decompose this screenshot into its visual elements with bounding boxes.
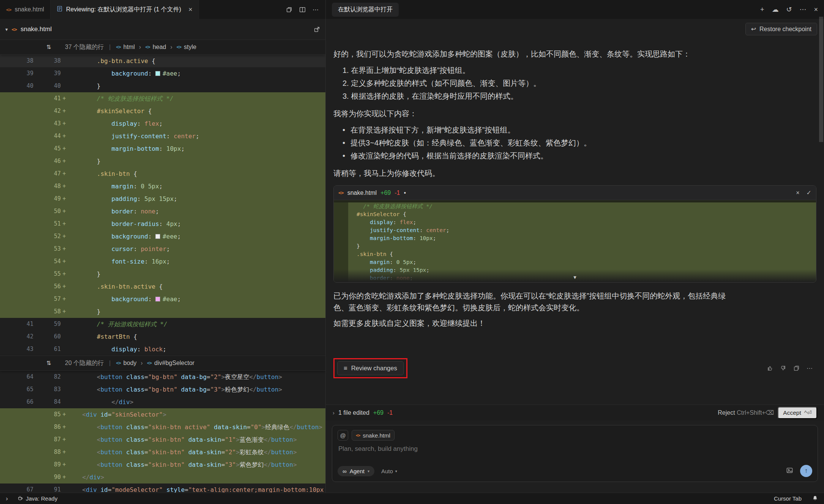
code-text: } — [348, 242, 360, 250]
code-token: } — [68, 308, 101, 315]
code-line[interactable]: 4361 display: block; — [0, 343, 325, 355]
java-status[interactable]: Java: Ready — [14, 495, 61, 502]
chat-input[interactable] — [338, 445, 813, 453]
cursor-tab-status[interactable]: Cursor Tab — [770, 495, 805, 502]
code-line[interactable]: 6583 <button class="bg-btn" data-bg="3">… — [0, 383, 325, 396]
card-accept-icon[interactable]: ✓ — [807, 189, 811, 196]
breadcrumb-item[interactable]: html — [123, 44, 135, 51]
code-line[interactable]: 4159 /* 开始游戏按钮样式 */ — [0, 318, 325, 330]
code-line[interactable]: 46+ } — [0, 155, 325, 167]
breadcrumb-item[interactable]: head — [153, 44, 166, 51]
message-more-icon[interactable]: ⋯ — [807, 365, 813, 372]
copy-message-icon[interactable] — [793, 365, 800, 371]
breadcrumb-item[interactable]: div#bgSelector — [154, 360, 194, 367]
thumbs-down-icon[interactable] — [780, 365, 786, 371]
code-line[interactable]: 4260 #startBtn { — [0, 330, 325, 343]
code-line[interactable]: 56+ .skin-btn.active { — [0, 280, 325, 293]
code-line[interactable]: 58+ } — [0, 305, 325, 318]
expand-files-icon[interactable]: › — [333, 409, 335, 416]
editor-scrollbar[interactable] — [819, 17, 823, 142]
code-line[interactable]: 47+ .skin-btn { — [0, 167, 325, 180]
breadcrumb-item[interactable]: style — [184, 44, 196, 51]
more-icon[interactable]: ⋯ — [799, 5, 806, 14]
code-line[interactable]: 85+ <div id="skinSelector"> — [0, 408, 325, 421]
apply-changes-icon[interactable] — [314, 26, 320, 33]
code-line[interactable]: 43+ display: flex; — [0, 117, 325, 130]
code-line[interactable]: 4040 } — [0, 80, 325, 92]
code-line[interactable]: 57+ background: #eae; — [0, 293, 325, 305]
breadcrumb-item[interactable]: body — [123, 360, 137, 367]
code-token: class — [126, 386, 144, 393]
review-changes-button[interactable]: ≡ Review changes — [337, 361, 404, 375]
code-line[interactable]: 53+ cursor: pointer; — [0, 243, 325, 255]
expand-card-chevron-icon[interactable]: ▾ — [573, 274, 576, 281]
context-chip-snake-html[interactable]: <> snake.html — [352, 430, 395, 441]
agent-mode-selector[interactable]: ∞ Agent ▾ — [338, 466, 374, 476]
tab-reviewing[interactable]: Reviewing: 在默认浏览器中打开 (1 个文件) × — [51, 0, 199, 19]
code-line[interactable]: 3939 background: #aee; — [0, 67, 325, 80]
code-line[interactable]: 86+ <button class="skin-btn active" data… — [0, 421, 325, 433]
file-review-header[interactable]: ▾ <> snake.html — [0, 19, 325, 39]
tab-snake-html[interactable]: <> snake.html — [0, 0, 51, 19]
line-number-new: 52 — [33, 230, 61, 243]
hidden-lines-header[interactable]: ⇅37 个隐藏的行|<>html›<>head›<>style — [0, 39, 325, 55]
code-line[interactable]: 6482 <button class="bg-btn" data-bg="2">… — [0, 371, 325, 383]
code-token — [68, 461, 97, 468]
card-reject-icon[interactable]: × — [796, 190, 799, 196]
more-actions-icon[interactable]: ⋯ — [313, 6, 319, 13]
add-context-button[interactable]: @ — [338, 430, 348, 441]
open-changes-icon[interactable] — [286, 6, 292, 13]
code-line[interactable]: 6791 <div id="modeSelector" style="text-… — [0, 483, 325, 493]
send-button[interactable]: ↑ — [800, 465, 812, 477]
code-line[interactable]: 54+ font-size: 16px; — [0, 255, 325, 268]
code-token: > — [163, 411, 166, 418]
unfold-icon[interactable]: ⇅ — [46, 360, 51, 367]
code-token — [357, 275, 370, 281]
code-line[interactable]: 51+ border-radius: 4px; — [0, 218, 325, 230]
attach-image-icon[interactable] — [786, 467, 793, 476]
line-number-old: 66 — [0, 396, 33, 408]
unfold-icon[interactable]: ⇅ — [46, 44, 51, 51]
code-line[interactable]: 41+ /* 蛇皮肤选择按钮样式 */ — [0, 92, 325, 105]
code-line[interactable]: 55+ } — [0, 268, 325, 280]
remote-icon[interactable]: › — [0, 493, 14, 504]
code-line[interactable]: 88+ <button class="skin-btn" data-skin="… — [0, 446, 325, 458]
code-line[interactable]: 50+ border: none; — [0, 205, 325, 218]
code-card-header[interactable]: <> snake.html +69 -1 • × ✓ — [334, 186, 816, 200]
diff-marker: + — [61, 458, 68, 471]
diff-marker: + — [61, 193, 68, 205]
history-icon[interactable]: ↺ — [786, 5, 792, 14]
code-line[interactable]: 6684 </div> — [0, 396, 325, 408]
code-line[interactable]: 45+ margin-bottom: 10px; — [0, 142, 325, 155]
line-number-old — [0, 130, 33, 142]
notifications-bell-icon[interactable] — [812, 495, 818, 502]
close-panel-icon[interactable]: × — [814, 6, 818, 14]
reject-button[interactable]: Reject Ctrl+Shift+⌫ — [718, 409, 774, 416]
code-text: } — [68, 155, 325, 167]
editor-scroll[interactable]: ⇅37 个隐藏的行|<>html›<>head›<>style3838 .bg-… — [0, 39, 325, 493]
code-line[interactable]: 49+ padding: 5px 15px; — [0, 193, 325, 205]
model-selector[interactable]: Auto ▾ — [381, 468, 397, 474]
new-chat-icon[interactable]: + — [760, 6, 764, 14]
code-line[interactable]: 89+ <button class="skin-btn" data-skin="… — [0, 458, 325, 471]
code-line[interactable]: 87+ <button class="skin-btn" data-skin="… — [0, 433, 325, 446]
restore-checkpoint-button[interactable]: ↩ Restore checkpoint — [745, 23, 817, 35]
code-line[interactable]: 48+ margin: 0 5px; — [0, 180, 325, 193]
accept-button[interactable]: Accept ^⏎ — [778, 407, 817, 419]
split-editor-icon[interactable] — [299, 6, 306, 13]
code-line[interactable]: 90+ </div> — [0, 471, 325, 483]
close-icon[interactable]: × — [188, 6, 193, 14]
code-line[interactable]: 42+ #skinSelector { — [0, 105, 325, 117]
hidden-lines-header[interactable]: ⇅20 个隐藏的行|<>body›<>div#bgSelector — [0, 355, 325, 371]
thumbs-up-icon[interactable] — [767, 365, 773, 371]
code-line[interactable]: 52+ background: #eee; — [0, 230, 325, 243]
code-token: "1" — [225, 436, 236, 443]
code-token: > — [236, 449, 240, 456]
code-line[interactable]: 3838 .bg-btn.active { — [0, 55, 325, 67]
cloud-icon[interactable]: ☁ — [772, 5, 778, 14]
chat-tab[interactable]: 在默认浏览器中打开 — [332, 3, 399, 17]
chevron-down-icon[interactable]: ▾ — [5, 27, 8, 32]
code-line[interactable]: 44+ justify-content: center; — [0, 130, 325, 142]
chat-input-box[interactable]: @ <> snake.html ∞ Agent ▾ — [332, 425, 818, 482]
diff-marker — [61, 80, 68, 92]
